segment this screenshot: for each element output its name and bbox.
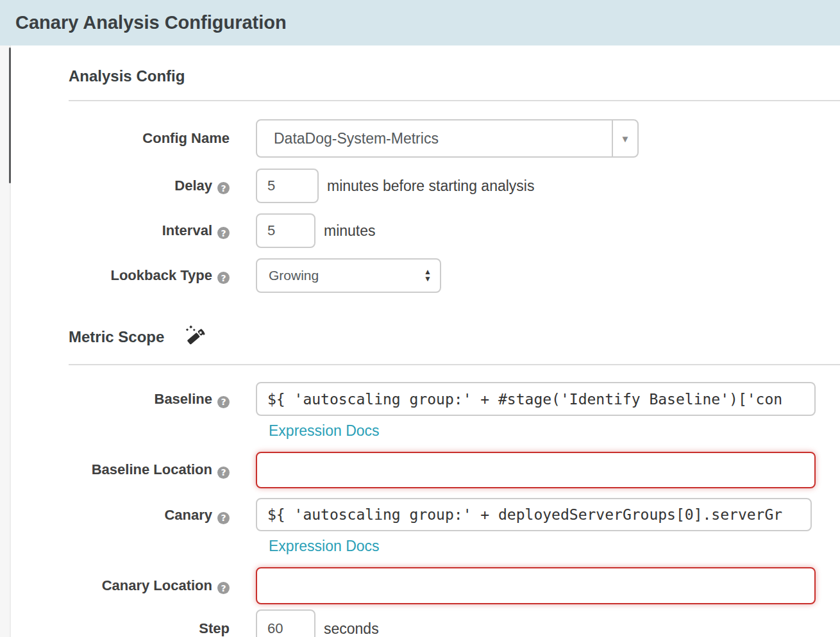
- canary-location-row: Canary Location?: [12, 567, 840, 604]
- baseline-label: Baseline?: [12, 382, 230, 416]
- delay-label: Delay?: [12, 178, 230, 195]
- baseline-input[interactable]: [256, 382, 816, 416]
- lookback-type-row: Lookback Type? Growing ▲▼: [12, 258, 840, 293]
- baseline-location-label: Baseline Location?: [12, 461, 230, 479]
- interval-label-text: Interval: [162, 222, 212, 238]
- analysis-config-heading: Analysis Config: [69, 67, 840, 85]
- expression-docs-link[interactable]: Expression Docs: [269, 538, 380, 555]
- stage-config-panel: Analysis Config Config Name DataDog-Syst…: [12, 46, 840, 637]
- caret-down-icon: ▼: [424, 276, 432, 283]
- delay-label-text: Delay: [174, 178, 212, 194]
- chevron-down-icon[interactable]: ▼: [612, 120, 637, 156]
- baseline-location-input[interactable]: [256, 452, 816, 488]
- delay-input[interactable]: [256, 169, 319, 203]
- section-divider: [69, 100, 840, 101]
- baseline-row: Baseline? Expression Docs: [12, 382, 840, 440]
- scrollbar-track[interactable]: [0, 46, 11, 637]
- config-name-dropdown[interactable]: DataDog-System-Metrics ▼: [256, 119, 639, 158]
- magic-wand-icon[interactable]: [185, 325, 206, 349]
- delay-row: Delay? minutes before starting analysis: [12, 169, 840, 203]
- canary-location-label-text: Canary Location: [102, 577, 212, 593]
- modal-header: Canary Analysis Configuration: [0, 0, 840, 46]
- help-icon[interactable]: ?: [217, 512, 230, 524]
- baseline-location-label-text: Baseline Location: [92, 461, 212, 477]
- interval-suffix: minutes: [324, 222, 376, 240]
- lookback-type-select[interactable]: Growing ▲▼: [256, 258, 441, 293]
- help-icon[interactable]: ?: [217, 227, 230, 239]
- step-label: Step: [12, 620, 230, 637]
- select-arrows-icon: ▲▼: [424, 269, 432, 283]
- canary-row: Canary? Expression Docs: [12, 498, 840, 555]
- config-name-row: Config Name DataDog-System-Metrics ▼: [12, 119, 840, 158]
- baseline-location-row: Baseline Location?: [12, 452, 840, 488]
- canary-location-label: Canary Location?: [12, 577, 230, 595]
- scrollbar-thumb[interactable]: [9, 47, 11, 183]
- lookback-type-selected-value: Growing: [269, 268, 319, 283]
- config-name-selected-value: DataDog-System-Metrics: [257, 120, 612, 156]
- delay-suffix: minutes before starting analysis: [327, 178, 534, 195]
- step-input[interactable]: [256, 609, 315, 637]
- help-icon[interactable]: ?: [217, 467, 230, 479]
- baseline-label-text: Baseline: [155, 391, 213, 407]
- analysis-config-form: Config Name DataDog-System-Metrics ▼ Del…: [12, 119, 840, 293]
- metric-scope-form: Baseline? Expression Docs Baseline Locat…: [12, 382, 840, 637]
- step-suffix: seconds: [324, 620, 379, 637]
- interval-label: Interval?: [12, 222, 230, 240]
- help-icon[interactable]: ?: [217, 182, 230, 194]
- step-label-text: Step: [199, 620, 230, 636]
- analysis-config-heading-text: Analysis Config: [69, 67, 185, 85]
- expression-docs-link[interactable]: Expression Docs: [269, 422, 380, 440]
- help-icon[interactable]: ?: [217, 272, 230, 284]
- canary-label: Canary?: [12, 498, 230, 532]
- config-name-label: Config Name: [12, 130, 230, 147]
- section-divider: [69, 364, 840, 365]
- interval-row: Interval? minutes: [12, 213, 840, 248]
- config-name-label-text: Config Name: [142, 130, 230, 146]
- metric-scope-heading: Metric Scope: [69, 325, 840, 349]
- help-icon[interactable]: ?: [217, 582, 230, 594]
- canary-label-text: Canary: [164, 507, 212, 523]
- page-title: Canary Analysis Configuration: [15, 12, 287, 33]
- canary-input[interactable]: [256, 498, 812, 531]
- step-row: Step seconds: [12, 609, 840, 637]
- lookback-type-label-text: Lookback Type: [110, 267, 212, 283]
- canary-location-input[interactable]: [256, 567, 816, 604]
- help-icon[interactable]: ?: [217, 396, 230, 408]
- interval-input[interactable]: [256, 213, 315, 248]
- metric-scope-heading-text: Metric Scope: [69, 328, 164, 346]
- lookback-type-label: Lookback Type?: [12, 267, 230, 285]
